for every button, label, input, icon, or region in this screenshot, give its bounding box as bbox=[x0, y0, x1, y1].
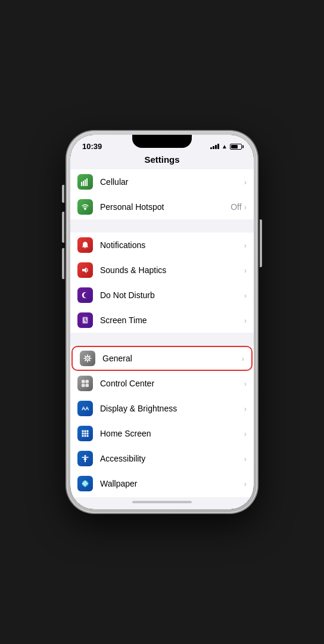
cellular-label: Cellular bbox=[100, 177, 244, 187]
row-homescreen[interactable]: Home Screen › bbox=[70, 421, 254, 446]
homescreen-icon bbox=[77, 426, 93, 441]
sounds-chevron: › bbox=[244, 266, 247, 275]
row-display[interactable]: AA Display & Brightness › bbox=[70, 396, 254, 421]
svg-rect-28 bbox=[82, 435, 84, 437]
svg-rect-27 bbox=[87, 433, 89, 435]
svg-rect-1 bbox=[83, 181, 84, 186]
volume-up-button[interactable] bbox=[62, 212, 64, 243]
homescreen-label: Home Screen bbox=[100, 429, 244, 438]
hotspot-value: Off bbox=[230, 202, 241, 212]
section-general-group: General › Control Center bbox=[70, 346, 254, 497]
row-notifications[interactable]: Notifications › bbox=[70, 233, 254, 258]
status-time: 10:39 bbox=[82, 142, 102, 151]
svg-point-4 bbox=[84, 208, 86, 210]
hotspot-icon bbox=[77, 199, 93, 215]
power-button[interactable] bbox=[260, 219, 262, 267]
row-accessibility[interactable]: Accessibility › bbox=[70, 446, 254, 471]
battery-fill bbox=[231, 145, 238, 148]
general-chevron: › bbox=[242, 354, 244, 363]
svg-rect-30 bbox=[87, 435, 89, 437]
row-controlcenter[interactable]: Control Center › bbox=[70, 371, 254, 396]
hotspot-chevron: › bbox=[244, 203, 247, 212]
svg-point-9 bbox=[87, 358, 88, 359]
section-notifications: Notifications › Sounds & Haptics › bbox=[70, 233, 254, 333]
settings-scroll-area[interactable]: Cellular › Personal Hotspot Off bbox=[70, 169, 254, 497]
row-general[interactable]: General › bbox=[71, 346, 253, 371]
svg-rect-3 bbox=[86, 178, 88, 186]
wallpaper-label: Wallpaper bbox=[100, 479, 244, 488]
svg-rect-0 bbox=[81, 182, 82, 186]
general-label: General bbox=[102, 354, 242, 363]
accessibility-label: Accessibility bbox=[100, 454, 244, 463]
cellular-chevron: › bbox=[244, 178, 247, 187]
svg-rect-18 bbox=[82, 380, 85, 383]
row-donotdisturb[interactable]: Do Not Disturb › bbox=[70, 283, 254, 308]
svg-marker-5 bbox=[82, 267, 86, 273]
section-network: Cellular › Personal Hotspot Off bbox=[70, 169, 254, 219]
home-bar bbox=[70, 497, 254, 509]
display-icon: AA bbox=[77, 401, 93, 416]
svg-rect-26 bbox=[85, 433, 86, 435]
donotdisturb-label: Do Not Disturb bbox=[100, 290, 244, 300]
sounds-label: Sounds & Haptics bbox=[100, 265, 244, 275]
row-cellular[interactable]: Cellular › bbox=[70, 169, 254, 194]
row-siri[interactable]: Siri & Search › bbox=[70, 496, 254, 497]
svg-rect-19 bbox=[86, 380, 89, 383]
svg-line-17 bbox=[85, 360, 86, 361]
general-icon bbox=[80, 351, 95, 366]
battery-icon bbox=[230, 144, 242, 150]
screentime-label: Screen Time bbox=[100, 315, 244, 325]
svg-rect-24 bbox=[87, 431, 89, 432]
homescreen-chevron: › bbox=[244, 429, 247, 438]
notch bbox=[132, 135, 192, 148]
wallpaper-icon bbox=[77, 476, 93, 491]
svg-rect-23 bbox=[85, 431, 86, 432]
svg-rect-25 bbox=[82, 433, 84, 435]
row-wallpaper[interactable]: Wallpaper › bbox=[70, 471, 254, 496]
status-icons: ▲ bbox=[210, 143, 242, 150]
wifi-icon: ▲ bbox=[222, 143, 228, 150]
controlcenter-icon bbox=[77, 376, 93, 391]
hotspot-label: Personal Hotspot bbox=[100, 202, 230, 212]
svg-line-15 bbox=[89, 360, 90, 361]
gap-2 bbox=[70, 333, 254, 346]
notifications-chevron: › bbox=[244, 241, 247, 250]
signal-bar-2 bbox=[213, 146, 214, 149]
signal-bar-3 bbox=[215, 145, 217, 149]
svg-rect-22 bbox=[82, 431, 84, 432]
screentime-chevron: › bbox=[244, 316, 247, 325]
row-screentime[interactable]: Screen Time › bbox=[70, 308, 254, 333]
controlcenter-label: Control Center bbox=[100, 379, 244, 388]
nav-title: Settings bbox=[70, 153, 254, 169]
phone-screen: 10:39 ▲ Settings bbox=[70, 135, 254, 509]
wallpaper-chevron: › bbox=[244, 479, 247, 488]
gap-1 bbox=[70, 219, 254, 233]
controlcenter-chevron: › bbox=[244, 379, 247, 388]
svg-line-14 bbox=[85, 356, 86, 357]
svg-rect-2 bbox=[85, 179, 86, 186]
notifications-icon bbox=[77, 237, 93, 253]
accessibility-chevron: › bbox=[244, 454, 247, 463]
accessibility-icon bbox=[77, 451, 93, 466]
svg-rect-20 bbox=[82, 384, 85, 388]
signal-bar-4 bbox=[217, 144, 219, 149]
status-bar: 10:39 ▲ bbox=[70, 135, 254, 153]
row-hotspot[interactable]: Personal Hotspot Off › bbox=[70, 194, 254, 219]
screen-content: 10:39 ▲ Settings bbox=[70, 135, 254, 509]
display-chevron: › bbox=[244, 404, 247, 413]
screentime-icon bbox=[77, 312, 93, 328]
donotdisturb-icon bbox=[77, 287, 93, 303]
svg-rect-29 bbox=[85, 435, 86, 437]
svg-rect-21 bbox=[86, 384, 89, 388]
donotdisturb-chevron: › bbox=[244, 291, 247, 300]
svg-line-16 bbox=[89, 356, 90, 357]
display-label: Display & Brightness bbox=[100, 404, 244, 413]
signal-bars-icon bbox=[210, 144, 219, 149]
volume-down-button[interactable] bbox=[62, 248, 64, 279]
mute-button[interactable] bbox=[62, 185, 64, 203]
notifications-label: Notifications bbox=[100, 240, 244, 250]
row-sounds[interactable]: Sounds & Haptics › bbox=[70, 258, 254, 283]
home-indicator bbox=[132, 501, 192, 503]
signal-bar-1 bbox=[210, 147, 212, 149]
cellular-icon bbox=[77, 174, 93, 190]
